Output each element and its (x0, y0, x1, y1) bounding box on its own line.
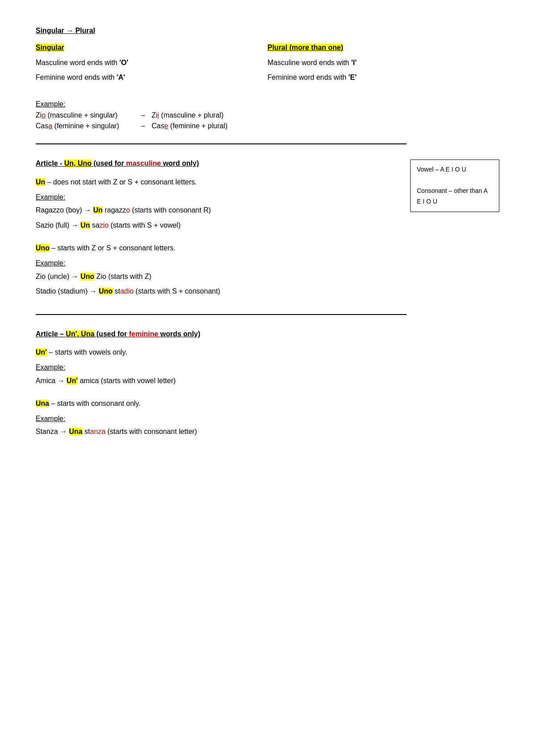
uno-description: Uno – starts with Z or S + consonant let… (36, 242, 401, 254)
singular-plural-section: Singular → Plural Singular Masculine wor… (36, 27, 499, 130)
zio-plural: Zii (masculine + plural) (152, 111, 223, 119)
stadio-example: Stadio (stadium) → Uno stadio (starts wi… (36, 286, 401, 297)
masc-singular-bold: 'O' (119, 59, 128, 66)
example-label-1: Example: (36, 98, 499, 110)
divider-2 (36, 314, 407, 315)
singular-column: Singular Masculine word ends with 'O' Fe… (36, 42, 268, 87)
unp-description: Un' – starts with vowels only. (36, 347, 499, 358)
zii-i-letter: i (157, 111, 159, 119)
amica-unp: Un' (66, 377, 78, 384)
uno-label: Uno (36, 244, 49, 252)
example-label-3: Example: (36, 257, 401, 269)
singular-plural-heading: Singular → Plural (36, 27, 499, 35)
singular-label: Singular (36, 44, 64, 51)
stanza-example: Stanza → Una stanza (starts with consona… (36, 426, 499, 437)
fem-singular-bold: 'A' (116, 74, 125, 81)
plural-column: Plural (more than one) Masculine word en… (268, 42, 499, 87)
consonant-note: Consonant – other than A E I O U (417, 186, 493, 207)
stanza-una: Una (69, 428, 82, 435)
article-un-uno-heading: Article - Un, Uno (used for masculine wo… (36, 158, 401, 169)
ragazzo-example: Ragazzo (boy) → Un ragazzo (starts with … (36, 204, 401, 216)
case-plural: Case (feminine + plural) (152, 122, 227, 130)
sazio-example: Sazio (full) → Un sazio (starts with S +… (36, 220, 401, 231)
unp-label: Un' (36, 348, 47, 356)
un-heading-highlight: Un, Uno (64, 159, 91, 167)
feminine-underline: feminine (129, 330, 158, 338)
un-label: Un (36, 178, 45, 186)
masc-plural-bold: 'I' (351, 59, 357, 66)
plural-label: Plural (more than one) (268, 44, 343, 51)
vowel-consonant-box: Vowel – A E I O U Consonant – other than… (410, 159, 499, 212)
zio-singular: Zio (masculine + singular) (36, 111, 134, 119)
masc-singular-row: Masculine word ends with 'O' (36, 57, 268, 69)
article-una-section: Article – Un', Una (used for feminine wo… (36, 328, 499, 437)
zio-o-letter: o (41, 111, 45, 119)
amica-example: Amica → Un' amica (starts with vowel let… (36, 375, 499, 387)
ragazzo-o: o (126, 206, 130, 214)
zio-uncle-example: Zio (uncle) → Uno Zio (starts with Z) (36, 271, 401, 282)
stadio-uno: Uno (99, 287, 112, 295)
fem-plural-bold: 'E' (348, 74, 356, 81)
ragazzo-un: Un (93, 206, 103, 214)
casa-example-row: Casa (feminine + singular) → Case (femin… (36, 122, 499, 130)
un-description: Un – does not start with Z or S + conson… (36, 176, 401, 188)
una-label: Una (36, 400, 49, 407)
fem-singular-row: Feminine word ends with 'A' (36, 72, 268, 83)
article-un-uno-main: Article - Un, Uno (used for masculine wo… (36, 158, 401, 300)
example-label-4: Example: (36, 362, 499, 373)
divider-1 (36, 143, 407, 144)
arrow-2: → (134, 122, 152, 130)
arrow-1: → (134, 111, 152, 119)
case-e-letter: e (164, 122, 168, 130)
singular-plural-columns: Singular Masculine word ends with 'O' Fe… (36, 42, 499, 87)
masculine-underline: masculine (126, 159, 161, 167)
stadio-adio: adio (120, 287, 133, 295)
una-heading-highlight: Un', Una (66, 330, 95, 338)
casa-a-letter: a (48, 122, 52, 130)
casa-singular: Casa (feminine + singular) (36, 122, 134, 130)
example-label-5: Example: (36, 413, 499, 425)
stanza-anza: anza (90, 428, 106, 435)
masc-plural-row: Masculine word ends with 'I' (268, 57, 499, 69)
article-un-uno-content: Article - Un, Uno (used for masculine wo… (36, 158, 499, 300)
vowel-note: Vowel – A E I O U (417, 164, 493, 175)
sazio-un: Un (80, 221, 90, 229)
una-description: Una – starts with consonant only. (36, 398, 499, 409)
article-una-heading: Article – Un', Una (used for feminine wo… (36, 328, 499, 340)
article-un-uno-section: Article - Un, Uno (used for masculine wo… (36, 158, 499, 300)
fem-plural-row: Feminine word ends with 'E' (268, 72, 499, 83)
zio-example-row: Zio (masculine + singular) → Zii (mascul… (36, 111, 499, 119)
sazio-zio: zio (99, 221, 108, 229)
example-label-2: Example: (36, 192, 401, 203)
zio-uno: Uno (80, 273, 94, 280)
heading-text: Singular → Plural (36, 27, 95, 34)
